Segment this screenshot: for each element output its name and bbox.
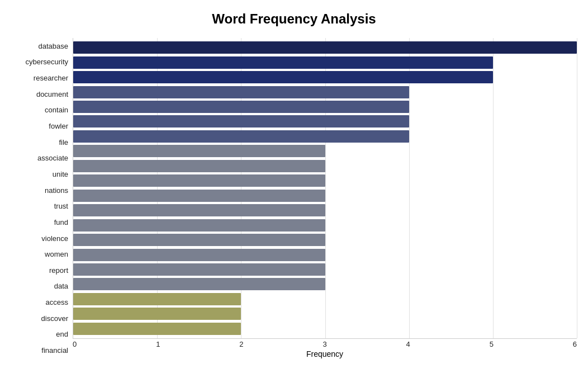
bar bbox=[73, 41, 577, 54]
bar bbox=[73, 190, 325, 202]
bar-row bbox=[73, 203, 577, 218]
bar bbox=[73, 249, 325, 261]
x-axis-ticks: 0123456 bbox=[73, 339, 577, 348]
y-axis-label: financial bbox=[41, 347, 68, 354]
bar bbox=[73, 293, 241, 305]
y-axis-label: database bbox=[39, 42, 69, 50]
bar-row bbox=[73, 292, 577, 306]
bar-row bbox=[73, 100, 577, 114]
y-axis-label: file bbox=[59, 139, 68, 146]
bar bbox=[73, 323, 241, 335]
bar-row bbox=[73, 173, 577, 188]
y-axis-label: fund bbox=[54, 219, 68, 226]
bar bbox=[73, 101, 409, 113]
bar-row bbox=[73, 262, 577, 277]
bar-row bbox=[73, 144, 577, 158]
grid-line bbox=[577, 38, 577, 338]
y-axis-label: data bbox=[54, 282, 68, 290]
y-axis-label: report bbox=[49, 267, 68, 274]
bar-row bbox=[73, 114, 577, 129]
bar bbox=[73, 115, 409, 127]
chart-container: Word Frequency Analysis databasecybersec… bbox=[0, 0, 588, 392]
bar-row bbox=[73, 70, 577, 84]
y-axis-label: cybersecurity bbox=[25, 58, 68, 65]
bar-row bbox=[73, 233, 577, 247]
y-axis-label: trust bbox=[54, 202, 68, 210]
bar-row bbox=[73, 129, 577, 144]
bar-row bbox=[73, 84, 577, 99]
bar-row bbox=[73, 306, 577, 321]
x-tick-label: 0 bbox=[73, 340, 77, 348]
y-axis-label: violence bbox=[41, 235, 68, 242]
bar bbox=[73, 145, 325, 157]
bar bbox=[73, 174, 325, 187]
y-axis-label: discover bbox=[41, 315, 68, 322]
x-tick-label: 2 bbox=[239, 340, 243, 348]
y-axis-label: end bbox=[56, 330, 68, 338]
bar bbox=[73, 71, 493, 83]
bar bbox=[73, 56, 493, 69]
bar-row bbox=[73, 322, 577, 336]
y-axis-label: women bbox=[45, 251, 68, 258]
bar bbox=[73, 234, 325, 246]
bars-wrapper bbox=[73, 38, 577, 338]
x-tick-label: 4 bbox=[406, 340, 410, 348]
x-tick-label: 1 bbox=[156, 340, 160, 348]
bar-row bbox=[73, 218, 577, 232]
y-axis-label: contain bbox=[45, 106, 68, 114]
bar-row bbox=[73, 55, 577, 69]
bar bbox=[73, 160, 325, 172]
bar bbox=[73, 204, 325, 216]
x-tick-label: 5 bbox=[490, 340, 494, 348]
y-axis-label: nations bbox=[45, 187, 68, 194]
bar-row bbox=[73, 247, 577, 262]
chart-plot bbox=[73, 38, 577, 339]
bar-row bbox=[73, 188, 577, 203]
bar bbox=[73, 308, 241, 320]
bar-row bbox=[73, 277, 577, 291]
x-tick-label: 6 bbox=[573, 340, 577, 348]
bar-row bbox=[73, 159, 577, 173]
bar bbox=[73, 278, 325, 290]
bar bbox=[73, 263, 325, 276]
bar bbox=[73, 219, 325, 232]
y-axis-label: researcher bbox=[34, 74, 68, 82]
bar-row bbox=[73, 40, 577, 55]
y-axis-label: associate bbox=[37, 154, 68, 162]
y-axis-label: unite bbox=[53, 171, 68, 178]
chart-title: Word Frequency Analysis bbox=[212, 11, 376, 27]
bar bbox=[73, 86, 409, 98]
bar bbox=[73, 130, 409, 143]
y-axis-label: fowler bbox=[49, 122, 68, 130]
x-axis-label: Frequency bbox=[73, 350, 577, 358]
y-axis-label: access bbox=[46, 299, 68, 306]
y-axis-labels: databasecybersecurityresearcherdocumentc… bbox=[11, 38, 73, 358]
x-tick-label: 3 bbox=[323, 340, 326, 348]
y-axis-label: document bbox=[36, 91, 68, 98]
